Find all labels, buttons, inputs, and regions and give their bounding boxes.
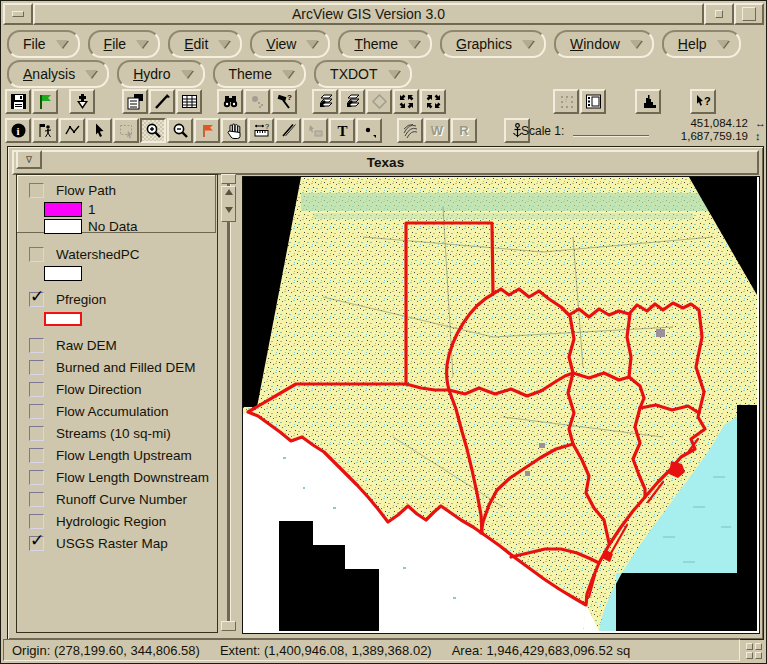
- theme-checkbox[interactable]: [29, 382, 44, 397]
- text-icon: T: [334, 122, 351, 139]
- toc-item-raw-dem[interactable]: Raw DEM: [17, 334, 217, 356]
- menu-txdot[interactable]: TXDOT: [314, 60, 411, 88]
- scale-input[interactable]: [573, 134, 649, 136]
- select-box-tool[interactable]: [113, 118, 139, 143]
- coordinate-arrow-icons: ↔ ↕: [755, 117, 766, 143]
- theme-checkbox[interactable]: [29, 426, 44, 441]
- sash-handle-top[interactable]: [221, 174, 236, 184]
- pan-tool[interactable]: [221, 118, 247, 143]
- toc-item-hydrologic-region[interactable]: Hydrologic Region: [17, 510, 217, 532]
- main-toolbar: ? ?: [5, 88, 766, 115]
- zoom-out-tool[interactable]: [167, 118, 193, 143]
- identify-tool[interactable]: i: [5, 118, 31, 143]
- pointer-tool[interactable]: [86, 118, 112, 143]
- theme-checkbox[interactable]: [29, 514, 44, 529]
- zoom-active-theme-button[interactable]: [339, 89, 365, 114]
- maximize-button[interactable]: [734, 3, 764, 25]
- toc-item-watershedpc[interactable]: WatershedPC: [17, 243, 217, 265]
- zoom-in-tool[interactable]: [140, 118, 166, 143]
- theme-checkbox[interactable]: [29, 404, 44, 419]
- flow-path-swatch-nodata: [44, 219, 82, 234]
- add-theme-button[interactable]: [69, 89, 95, 114]
- theme-checkbox[interactable]: [29, 360, 44, 375]
- menu-hydro[interactable]: Hydro: [117, 60, 204, 88]
- toc-sash[interactable]: [220, 174, 236, 631]
- open-table-button[interactable]: [176, 89, 202, 114]
- toc-item-flow-accumulation[interactable]: Flow Accumulation: [17, 400, 217, 422]
- toc-item-burned-dem[interactable]: Burned and Filled DEM: [17, 356, 217, 378]
- layout-button[interactable]: [580, 89, 606, 114]
- toc-item-runoff-curve[interactable]: Runoff Curve Number: [17, 488, 217, 510]
- scroll-down-icon[interactable]: [225, 207, 233, 213]
- toc-item-flow-length-upstream[interactable]: Flow Length Upstream: [17, 444, 217, 466]
- minimize-button[interactable]: [704, 3, 734, 25]
- theme-checkbox[interactable]: [29, 292, 44, 307]
- resize-grip[interactable]: [744, 641, 764, 661]
- zoom-in-button[interactable]: [393, 89, 419, 114]
- edit-legend-button[interactable]: [149, 89, 175, 114]
- measure-tool[interactable]: ?: [248, 118, 274, 143]
- theme-checkbox[interactable]: [29, 536, 44, 551]
- w-tool[interactable]: W: [424, 118, 450, 143]
- hotlink-tool[interactable]: [32, 118, 58, 143]
- menu-theme-2[interactable]: Theme: [213, 60, 307, 88]
- menu-edit[interactable]: Edit: [168, 30, 242, 58]
- flag-tool[interactable]: [194, 118, 220, 143]
- help-pointer-button[interactable]: ?: [690, 89, 716, 114]
- zoom-selected-button[interactable]: [366, 89, 392, 114]
- menu-analysis[interactable]: Analysis: [7, 60, 109, 88]
- go-flag-icon: [37, 93, 54, 110]
- find-button[interactable]: [217, 89, 243, 114]
- legend-swatch-row: No Data: [17, 218, 217, 235]
- text-tool[interactable]: T: [329, 118, 355, 143]
- svg-text:?: ?: [287, 93, 292, 102]
- draw-line-tool[interactable]: [275, 118, 301, 143]
- toc-item-flow-path[interactable]: Flow Path: [17, 179, 217, 201]
- scroll-up-icon[interactable]: [225, 189, 233, 195]
- view-window-menu-button[interactable]: ∇: [16, 150, 42, 169]
- zoom-out-button[interactable]: [420, 89, 446, 114]
- sash-arrows[interactable]: [221, 186, 236, 222]
- toc-item-flow-direction[interactable]: Flow Direction: [17, 378, 217, 400]
- theme-checkbox[interactable]: [29, 247, 44, 262]
- title-bar-center[interactable]: ArcView GIS Version 3.0: [33, 3, 704, 25]
- toc-item-flow-length-downstream[interactable]: Flow Length Downstream: [17, 466, 217, 488]
- pointer-arrow-icon: [91, 122, 108, 139]
- theme-checkbox[interactable]: [29, 338, 44, 353]
- title-bar: ArcView GIS Version 3.0: [3, 3, 764, 25]
- menu-graphics[interactable]: Graphics: [440, 30, 546, 58]
- point-tool[interactable]: [356, 118, 382, 143]
- menu-file-1[interactable]: File: [7, 30, 80, 58]
- menu-view[interactable]: View: [250, 30, 330, 58]
- save-button[interactable]: [5, 89, 31, 114]
- sash-handle-bottom[interactable]: [221, 621, 236, 631]
- theme-checkbox[interactable]: [29, 492, 44, 507]
- toc-item-pfregion[interactable]: Pfregion: [17, 288, 217, 310]
- toc-item-streams[interactable]: Streams (10 sq-mi): [17, 422, 217, 444]
- theme-checkbox[interactable]: [29, 448, 44, 463]
- menu-file-2[interactable]: File: [88, 30, 161, 58]
- menu-window[interactable]: Window: [554, 30, 654, 58]
- theme-checkbox[interactable]: [29, 183, 44, 198]
- label-tool[interactable]: [302, 118, 328, 143]
- menu-help[interactable]: Help: [662, 30, 741, 58]
- view-title-bar[interactable]: Texas: [12, 150, 759, 175]
- theme-checkbox[interactable]: [29, 470, 44, 485]
- menu-theme[interactable]: Theme: [338, 30, 432, 58]
- map-canvas[interactable]: [242, 176, 760, 634]
- query-builder-button[interactable]: [244, 89, 270, 114]
- theme-properties-button[interactable]: [122, 89, 148, 114]
- toc-item-usgs-raster[interactable]: USGS Raster Map: [17, 532, 217, 554]
- window-menu-button[interactable]: [3, 3, 33, 25]
- r-tool[interactable]: R: [451, 118, 477, 143]
- nabla-icon: ∇: [26, 155, 32, 165]
- zoom-full-extent-button[interactable]: [312, 89, 338, 114]
- select-features-button[interactable]: [553, 89, 579, 114]
- vertex-edit-tool[interactable]: [59, 118, 85, 143]
- contour-tool[interactable]: [397, 118, 423, 143]
- histogram-button[interactable]: [635, 89, 661, 114]
- legend-swatch-row: [17, 265, 217, 282]
- go-flag-button[interactable]: [32, 89, 58, 114]
- select-box-icon: [118, 122, 135, 139]
- build-button[interactable]: ?: [271, 89, 297, 114]
